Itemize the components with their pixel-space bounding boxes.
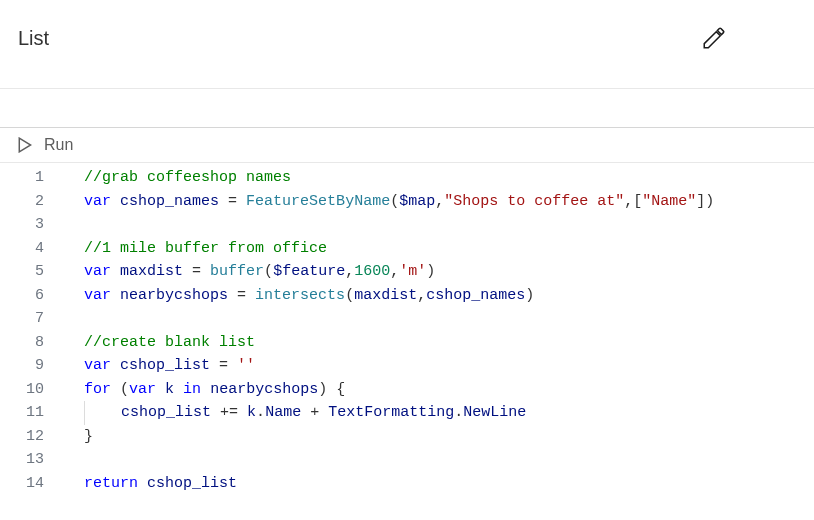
code-line[interactable]: //grab coffeeshop names	[84, 166, 814, 190]
code-line[interactable]: var maxdist = buffer($feature,1600,'m')	[84, 260, 814, 284]
line-number: 12	[0, 425, 44, 449]
line-number: 13	[0, 448, 44, 472]
header-bar: List	[0, 0, 814, 89]
run-button[interactable]: Run	[18, 136, 73, 154]
code-line[interactable]: var nearbycshops = intersects(maxdist,cs…	[84, 284, 814, 308]
run-label: Run	[44, 136, 73, 154]
code-line[interactable]: //create blank list	[84, 331, 814, 355]
line-number: 5	[0, 260, 44, 284]
line-number: 3	[0, 213, 44, 237]
page-title: List	[18, 27, 49, 50]
line-number: 10	[0, 378, 44, 402]
code-line[interactable]	[84, 213, 814, 237]
code-line[interactable]: return cshop_list	[84, 472, 814, 496]
code-line[interactable]: }	[84, 425, 814, 449]
code-content[interactable]: //grab coffeeshop namesvar cshop_names =…	[62, 163, 814, 495]
line-number: 9	[0, 354, 44, 378]
line-number: 6	[0, 284, 44, 308]
line-number: 8	[0, 331, 44, 355]
code-line[interactable]: for (var k in nearbycshops) {	[84, 378, 814, 402]
line-number: 14	[0, 472, 44, 496]
code-line[interactable]: var cshop_list = ''	[84, 354, 814, 378]
code-line[interactable]	[84, 448, 814, 472]
edit-button[interactable]	[694, 18, 734, 58]
line-number-gutter: 1234567891011121314	[0, 163, 62, 495]
line-number: 4	[0, 237, 44, 261]
pencil-icon	[701, 25, 727, 51]
header-gap	[0, 89, 814, 127]
line-number: 7	[0, 307, 44, 331]
code-line[interactable]: cshop_list += k.Name + TextFormatting.Ne…	[84, 401, 814, 425]
svg-marker-0	[19, 138, 30, 152]
code-line[interactable]: var cshop_names = FeatureSetByName($map,…	[84, 190, 814, 214]
line-number: 1	[0, 166, 44, 190]
code-line[interactable]: //1 mile buffer from office	[84, 237, 814, 261]
line-number: 11	[0, 401, 44, 425]
play-icon	[18, 137, 32, 153]
code-editor[interactable]: 1234567891011121314 //grab coffeeshop na…	[0, 163, 814, 495]
line-number: 2	[0, 190, 44, 214]
toolbar: Run	[0, 127, 814, 163]
code-line[interactable]	[84, 307, 814, 331]
